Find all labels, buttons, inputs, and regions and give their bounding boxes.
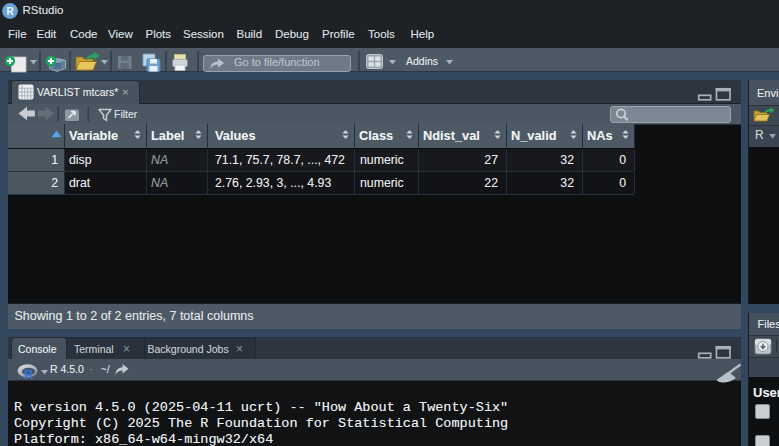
svg-text:R: R [6, 6, 14, 17]
svg-text:R: R [24, 367, 34, 382]
